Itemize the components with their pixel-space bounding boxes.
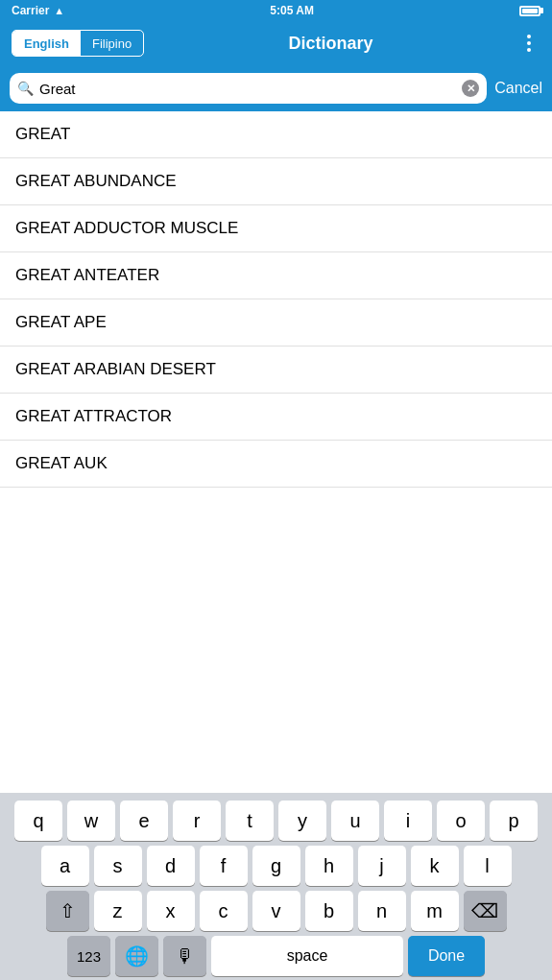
key-v[interactable]: v	[252, 891, 300, 931]
english-tab[interactable]: English	[12, 31, 81, 56]
key-t[interactable]: t	[226, 801, 274, 841]
key-c[interactable]: c	[200, 891, 248, 931]
cancel-button[interactable]: Cancel	[494, 80, 542, 97]
keyboard-row-1: qwertyuiop	[3, 801, 549, 841]
word-item[interactable]: GREAT ATTRACTOR	[0, 394, 552, 441]
key-g[interactable]: g	[252, 846, 300, 886]
key-m[interactable]: m	[411, 891, 459, 931]
clear-button[interactable]: ✕	[462, 80, 479, 97]
word-item[interactable]: GREAT ARABIAN DESERT	[0, 347, 552, 394]
key-q[interactable]: q	[14, 801, 62, 841]
keyboard: qwertyuiop asdfghjkl ⇧ zxcvbnm ⌫ 123 🌐 🎙…	[0, 793, 552, 980]
time-label: 5:05 AM	[270, 4, 314, 17]
keyboard-row-2: asdfghjkl	[3, 846, 549, 886]
status-bar: Carrier ▲ 5:05 AM	[0, 0, 552, 21]
battery-icon	[519, 6, 540, 16]
key-h[interactable]: h	[305, 846, 353, 886]
keyboard-row-3: ⇧ zxcvbnm ⌫	[3, 891, 549, 931]
more-dot-1	[527, 35, 531, 38]
key-p[interactable]: p	[490, 801, 538, 841]
search-bar: 🔍 ✕ Cancel	[0, 65, 552, 111]
key-f[interactable]: f	[200, 846, 248, 886]
filipino-tab[interactable]: Filipino	[81, 31, 143, 56]
key-k[interactable]: k	[411, 846, 459, 886]
mic-key[interactable]: 🎙	[163, 936, 206, 976]
more-button[interactable]	[517, 32, 540, 55]
key-y[interactable]: y	[278, 801, 326, 841]
word-list: GREATGREAT ABUNDANCEGREAT ADDUCTOR MUSCL…	[0, 111, 552, 488]
more-dot-2	[527, 41, 531, 45]
search-input[interactable]	[39, 81, 456, 97]
word-item[interactable]: GREAT ADDUCTOR MUSCLE	[0, 205, 552, 252]
delete-key[interactable]: ⌫	[464, 891, 507, 931]
key-i[interactable]: i	[384, 801, 432, 841]
word-item[interactable]: GREAT	[0, 111, 552, 158]
key-r[interactable]: r	[173, 801, 221, 841]
key-s[interactable]: s	[94, 846, 142, 886]
key-e[interactable]: e	[120, 801, 168, 841]
word-item[interactable]: GREAT APE	[0, 299, 552, 347]
key-o[interactable]: o	[437, 801, 485, 841]
keyboard-bottom-row: 123 🌐 🎙 space Done	[3, 936, 549, 976]
carrier-label: Carrier	[12, 4, 49, 17]
search-icon: 🔍	[17, 81, 34, 96]
word-item[interactable]: GREAT AUK	[0, 441, 552, 488]
globe-key[interactable]: 🌐	[115, 936, 158, 976]
wifi-icon: ▲	[54, 5, 64, 16]
status-left: Carrier ▲	[12, 4, 64, 17]
key-j[interactable]: j	[358, 846, 406, 886]
key-b[interactable]: b	[305, 891, 353, 931]
key-x[interactable]: x	[147, 891, 195, 931]
numbers-key[interactable]: 123	[67, 936, 110, 976]
search-input-wrap[interactable]: 🔍 ✕	[10, 73, 487, 104]
key-a[interactable]: a	[41, 846, 89, 886]
shift-key[interactable]: ⇧	[46, 891, 89, 931]
word-item[interactable]: GREAT ABUNDANCE	[0, 158, 552, 205]
nav-title: Dictionary	[154, 34, 508, 54]
more-dot-3	[527, 48, 531, 52]
key-n[interactable]: n	[358, 891, 406, 931]
key-d[interactable]: d	[147, 846, 195, 886]
word-item[interactable]: GREAT ANTEATER	[0, 252, 552, 299]
key-z[interactable]: z	[94, 891, 142, 931]
key-w[interactable]: w	[67, 801, 115, 841]
key-l[interactable]: l	[464, 846, 512, 886]
nav-bar: English Filipino Dictionary	[0, 21, 552, 65]
key-u[interactable]: u	[331, 801, 379, 841]
language-toggle[interactable]: English Filipino	[12, 30, 144, 57]
space-key[interactable]: space	[211, 936, 403, 976]
done-key[interactable]: Done	[408, 936, 485, 976]
